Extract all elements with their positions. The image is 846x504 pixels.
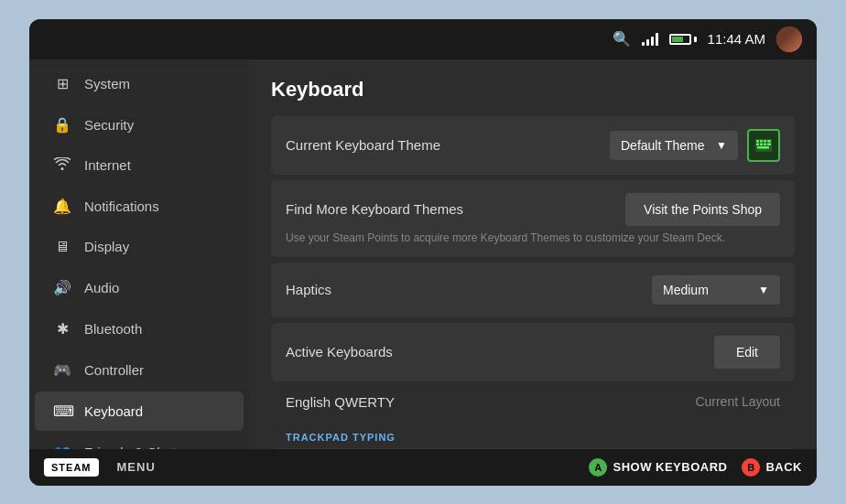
search-icon[interactable]: 🔍	[613, 30, 631, 48]
battery-icon	[669, 34, 697, 45]
device-frame: 🔍 11:44 AM	[29, 19, 817, 486]
sidebar-item-security[interactable]: 🔒 Security	[35, 105, 244, 145]
bottom-actions: A SHOW KEYBOARD B BACK	[589, 458, 802, 477]
dropdown-arrow-icon: ▼	[716, 139, 727, 152]
svg-rect-1	[756, 140, 759, 143]
signal-icon	[642, 33, 658, 46]
keyboard-icon: ⌨	[53, 402, 71, 420]
active-keyboards-label: Active Keyboards	[286, 344, 393, 359]
svg-rect-7	[764, 143, 766, 145]
system-icon: ⊞	[53, 75, 71, 92]
edit-button[interactable]: Edit	[714, 336, 780, 369]
sidebar-item-keyboard[interactable]: ⌨ Keyboard	[35, 391, 244, 431]
current-layout-text: Current Layout	[695, 394, 780, 409]
active-keyboards-row: Active Keyboards Edit	[271, 323, 795, 381]
sidebar-item-internet[interactable]: Internet	[35, 146, 244, 185]
page-title: Keyboard	[271, 78, 795, 102]
wifi-icon	[53, 157, 71, 174]
current-theme-row: Current Keyboard Theme Default Theme ▼	[271, 116, 795, 175]
menu-label: MENU	[117, 460, 156, 474]
haptics-label: Haptics	[286, 282, 331, 297]
audio-icon: 🔊	[53, 279, 71, 296]
a-button-icon: A	[589, 458, 607, 477]
svg-rect-6	[760, 143, 763, 145]
sidebar-item-friends[interactable]: 👥 Friends & Chat	[35, 433, 244, 449]
current-theme-controls: Default Theme ▼	[610, 129, 780, 162]
sidebar-item-bluetooth[interactable]: ✱ Bluetooth	[35, 309, 244, 349]
sidebar-item-system[interactable]: ⊞ System	[35, 64, 244, 103]
find-themes-label: Find More Keyboard Themes	[286, 201, 463, 217]
svg-rect-4	[767, 140, 771, 143]
svg-rect-5	[756, 143, 759, 145]
bell-icon: 🔔	[53, 198, 71, 215]
sidebar-item-audio[interactable]: 🔊 Audio	[35, 268, 244, 307]
sidebar: ⊞ System 🔒 Security Internet	[29, 59, 249, 449]
steam-button[interactable]: STEAM	[44, 458, 99, 477]
controller-icon: 🎮	[53, 361, 71, 379]
trackpad-typing-header: TRACKPAD TYPING	[271, 423, 795, 448]
b-button-icon: B	[742, 458, 760, 477]
find-themes-top: Find More Keyboard Themes Visit the Poin…	[286, 193, 780, 226]
main-content: ⊞ System 🔒 Security Internet	[29, 59, 817, 449]
current-theme-label: Current Keyboard Theme	[286, 137, 440, 153]
back-action[interactable]: B BACK	[742, 458, 802, 477]
bottom-bar: STEAM MENU A SHOW KEYBOARD B BACK	[29, 449, 817, 486]
sidebar-item-notifications[interactable]: 🔔 Notifications	[35, 187, 244, 226]
english-qwerty-row: English QWERTY Current Layout	[271, 387, 795, 417]
visit-shop-button[interactable]: Visit the Points Shop	[625, 193, 780, 226]
display-icon: 🖥	[53, 239, 71, 255]
english-qwerty-label: English QWERTY	[286, 394, 395, 410]
top-bar: 🔍 11:44 AM	[29, 19, 817, 59]
avatar[interactable]	[776, 27, 802, 52]
keyboard-theme-icon-btn[interactable]	[747, 129, 780, 162]
right-panel: Keyboard Current Keyboard Theme Default …	[249, 59, 817, 449]
find-themes-row: Find More Keyboard Themes Visit the Poin…	[271, 180, 795, 257]
haptics-dropdown[interactable]: Medium ▼	[652, 275, 780, 305]
haptics-row: Haptics Medium ▼	[271, 263, 795, 317]
svg-rect-2	[760, 140, 763, 143]
bluetooth-icon: ✱	[53, 320, 71, 338]
sidebar-item-controller[interactable]: 🎮 Controller	[35, 350, 244, 390]
clock: 11:44 AM	[708, 31, 765, 47]
haptics-dropdown-arrow-icon: ▼	[758, 284, 769, 296]
sidebar-item-display[interactable]: 🖥 Display	[35, 228, 244, 266]
svg-rect-3	[764, 140, 766, 143]
svg-rect-9	[757, 146, 769, 149]
find-themes-description: Use your Steam Points to acquire more Ke…	[286, 231, 780, 244]
show-keyboard-action[interactable]: A SHOW KEYBOARD	[589, 458, 727, 477]
theme-dropdown[interactable]: Default Theme ▼	[610, 131, 738, 160]
svg-rect-8	[767, 143, 771, 145]
status-icons: 🔍 11:44 AM	[613, 27, 802, 52]
lock-icon: 🔒	[53, 116, 71, 134]
